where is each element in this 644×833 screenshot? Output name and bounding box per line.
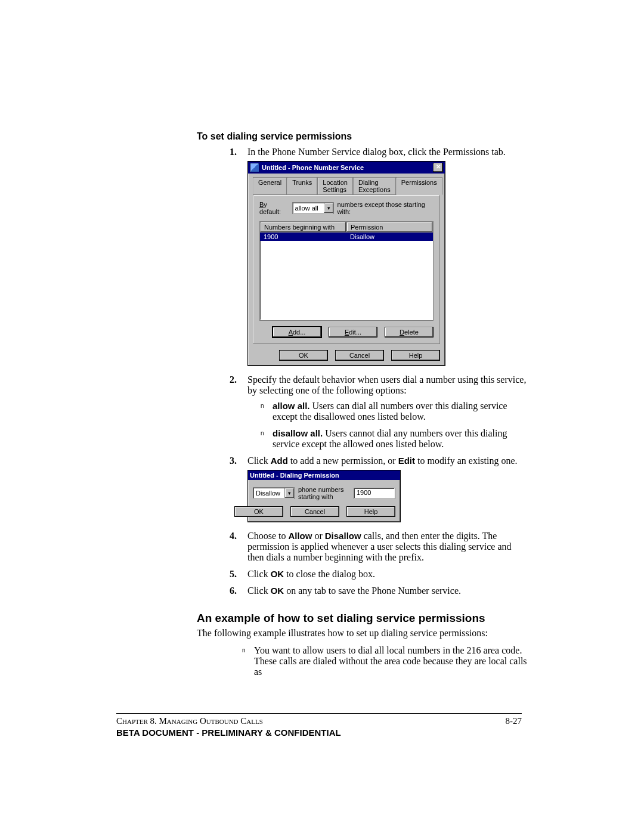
footer-rule [116,713,522,714]
step-number: 3. [230,456,237,466]
step-text: Click OK to close the dialog box. [247,569,375,579]
step-number: 4. [230,531,237,541]
default-behavior-suffix: numbers except those starting with: [338,201,434,215]
footer-confidential: BETA DOCUMENT - PRELIMINARY & CONFIDENTI… [116,727,522,738]
step-2: 2. Specify the default behavior when use… [230,374,528,450]
step-text: Choose to Allow or Disallow calls, and t… [247,531,512,562]
prefix-textbox[interactable]: 1900 [354,488,395,499]
cell-permission: Disallow [346,233,433,241]
help-button[interactable]: Help [346,506,395,517]
step-number: 5. [230,569,237,580]
system-icon [250,163,259,172]
example-intro: The following example illustrates how to… [197,627,528,639]
tab-dialing-exceptions[interactable]: Dialing Exceptions [353,177,396,195]
permission-combo[interactable]: Disallow [253,487,295,499]
combo-value: Disallow [253,489,284,497]
column-permission[interactable]: Permission [346,222,433,233]
step-number: 2. [230,374,237,385]
list-header: Numbers beginning with Permission [260,222,433,233]
footer-line-1: Chapter 8. Managing Outbound Calls 8-27 [116,716,522,726]
help-button[interactable]: Help [391,350,440,361]
step-4: 4. Choose to Allow or Disallow calls, an… [230,531,528,563]
dialog-titlebar: Untitled - Dialing Permission [248,470,400,480]
ok-button[interactable]: OK [279,350,328,361]
step-2-options: allow all. Users can dial all numbers ov… [261,401,528,450]
combo-value: allow all [293,204,324,212]
step-text: Specify the default behavior when users … [247,374,526,395]
step-6: 6. Click OK on any tab to save the Phone… [230,586,528,596]
step-text: Click OK on any tab to save the Phone Nu… [247,586,461,596]
example-bullet-1: You want to allow users to dial all loca… [242,645,528,677]
dialog-button-row: OK Cancel Help [253,350,440,361]
footer-chapter: Chapter 8. Managing Outbound Calls [116,716,263,726]
edit-button[interactable]: Edit... [329,327,377,337]
permission-label: phone numbers starting with [298,486,350,500]
option-allow-all: allow all. Users can dial all numbers ov… [261,401,528,422]
option-disallow-all: disallow all. Users cannot dial any numb… [261,428,528,450]
dialog-tabs: General Trunks Location Settings Dialing… [253,177,440,195]
section-heading: To set dialing service permissions [197,131,528,142]
option-label: disallow all. [273,428,323,438]
list-row-selected[interactable]: 1900 Disallow [260,233,433,241]
option-label: allow all. [273,401,310,411]
phone-number-service-dialog: Untitled - Phone Number Service ✕ Genera… [247,161,445,366]
step-number: 1. [230,147,237,157]
cancel-button[interactable]: Cancel [335,350,384,361]
example-bullets: You want to allow users to dial all loca… [242,645,528,677]
tab-location-settings[interactable]: Location Settings [317,177,353,195]
tab-permissions[interactable]: Permissions [396,177,442,195]
delete-button[interactable]: Delete [385,327,434,337]
ok-button[interactable]: OK [234,506,283,517]
default-behavior-row: By default: allow all numbers except tho… [259,201,434,215]
dialog-title: Untitled - Phone Number Service [262,164,364,171]
step-text: Click Add to add a new permission, or Ed… [247,456,518,466]
tab-general[interactable]: General [253,177,287,195]
dialog-titlebar: Untitled - Phone Number Service ✕ [248,162,445,174]
default-behavior-combo[interactable]: allow all [292,202,334,214]
footer-pagenum: 8-27 [506,716,522,726]
step-number: 6. [230,586,237,596]
permission-row: Disallow phone numbers starting with 190… [253,486,395,500]
dialing-permission-dialog: Untitled - Dialing Permission Disallow p… [247,470,401,522]
example-heading: An example of how to set dialing service… [197,612,528,625]
dialog-button-row: OK Cancel Help [253,506,395,517]
chevron-down-icon[interactable] [324,203,333,213]
close-button[interactable]: ✕ [433,163,443,172]
step-text: In the Phone Number Service dialog box, … [247,147,506,157]
by-default-label: By default: [259,201,289,215]
step-5: 5. Click OK to close the dialog box. [230,569,528,580]
step-3: 3. Click Add to add a new permission, or… [230,456,528,522]
step-1: 1. In the Phone Number Service dialog bo… [230,147,528,366]
chevron-down-icon[interactable] [284,488,294,498]
add-button[interactable]: Add... [273,327,321,337]
tab-panel-permissions: By default: allow all numbers except tho… [253,194,440,344]
cell-number: 1900 [260,233,346,241]
cancel-button[interactable]: Cancel [290,506,339,517]
column-numbers[interactable]: Numbers beginning with [260,222,346,233]
dialog-title: Untitled - Dialing Permission [250,472,339,479]
permissions-listbox[interactable]: Numbers beginning with Permission 1900 D… [259,221,434,321]
list-button-row: Add... Edit... Delete [259,327,434,337]
steps-list: 1. In the Phone Number Service dialog bo… [230,147,528,596]
tab-trunks[interactable]: Trunks [287,177,317,195]
